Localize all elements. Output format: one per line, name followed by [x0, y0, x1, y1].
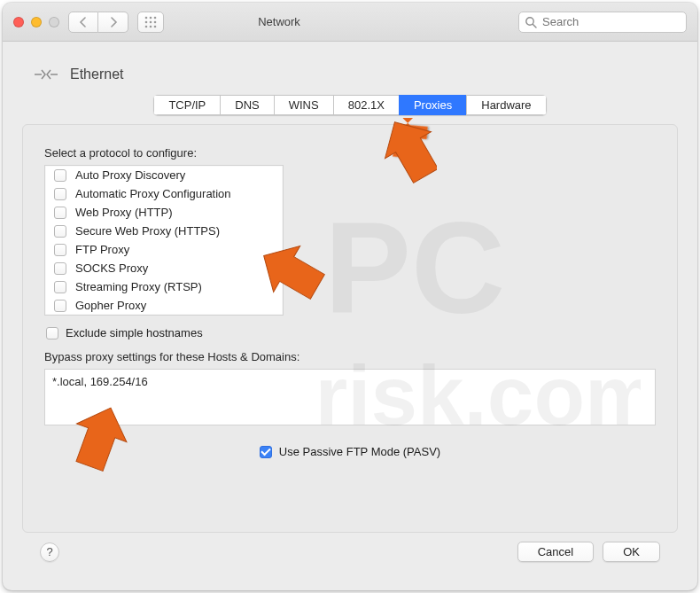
checkbox-https[interactable]: [54, 225, 66, 238]
help-button[interactable]: ?: [40, 542, 59, 562]
device-header: Ethernet: [22, 61, 678, 88]
search-icon: [525, 16, 537, 31]
protocol-label: SOCKS Proxy: [75, 261, 148, 275]
protocol-auto-discovery[interactable]: Auto Proxy Discovery: [45, 166, 283, 184]
checkbox-http[interactable]: [54, 207, 66, 219]
bypass-textarea[interactable]: *.local, 169.254/16: [44, 369, 656, 425]
checkbox-pasv[interactable]: [260, 446, 272, 458]
checkbox-rtsp[interactable]: [54, 281, 66, 293]
protocol-label: FTP Proxy: [75, 243, 129, 256]
tab-proxies[interactable]: Proxies: [399, 95, 466, 115]
protocol-socks[interactable]: SOCKS Proxy: [45, 259, 283, 277]
search-input[interactable]: [518, 12, 687, 33]
window-title: Network: [49, 15, 509, 28]
tab-hardware[interactable]: Hardware: [466, 95, 546, 115]
checkbox-auto-config[interactable]: [54, 188, 66, 200]
tab-dns[interactable]: DNS: [220, 95, 273, 115]
svg-line-10: [533, 24, 536, 27]
protocol-http[interactable]: Web Proxy (HTTP): [45, 203, 283, 222]
device-name: Ethernet: [70, 66, 123, 82]
tabs-bar: TCP/IP DNS WINS 802.1X Proxies Hardware: [22, 95, 678, 115]
protocol-label: Streaming Proxy (RTSP): [75, 280, 202, 293]
select-protocol-label: Select a protocol to configure:: [44, 146, 656, 160]
ok-button[interactable]: OK: [603, 542, 660, 562]
tab-8021x[interactable]: 802.1X: [333, 95, 399, 115]
checkbox-auto-discovery[interactable]: [54, 169, 66, 182]
pasv-label: Use Passive FTP Mode (PASV): [279, 445, 440, 458]
close-window-button[interactable]: [13, 17, 24, 27]
tab-tcpip[interactable]: TCP/IP: [153, 95, 220, 115]
protocol-label: Auto Proxy Discovery: [75, 168, 185, 182]
tabs-inner: TCP/IP DNS WINS 802.1X Proxies Hardware: [153, 95, 546, 115]
protocol-label: Secure Web Proxy (HTTPS): [75, 224, 220, 238]
exclude-hostnames-label: Exclude simple hostnames: [66, 326, 203, 339]
exclude-hostnames-row[interactable]: Exclude simple hostnames: [46, 326, 656, 339]
footer-row: ? Cancel OK: [22, 533, 678, 576]
ethernet-icon: [33, 61, 59, 88]
titlebar: Network: [3, 3, 697, 42]
checkbox-gopher[interactable]: [54, 300, 66, 312]
protocol-label: Automatic Proxy Configuration: [75, 187, 231, 200]
content-area: Ethernet TCP/IP DNS WINS 802.1X Proxies …: [3, 42, 697, 590]
protocol-auto-config[interactable]: Automatic Proxy Configuration: [45, 184, 283, 203]
protocol-list[interactable]: Auto Proxy Discovery Automatic Proxy Con…: [44, 165, 284, 316]
protocol-label: Gopher Proxy: [75, 299, 146, 312]
protocol-rtsp[interactable]: Streaming Proxy (RTSP): [45, 277, 283, 296]
protocol-https[interactable]: Secure Web Proxy (HTTPS): [45, 222, 283, 240]
bypass-heading: Bypass proxy settings for these Hosts & …: [44, 350, 656, 363]
tab-wins[interactable]: WINS: [274, 95, 333, 115]
network-advanced-window: Network Ethernet TCP/IP DNS WINS 802.1X …: [3, 3, 697, 590]
proxies-panel: Select a protocol to configure: Auto Pro…: [22, 124, 678, 533]
checkbox-ftp[interactable]: [54, 244, 66, 256]
checkbox-socks[interactable]: [54, 262, 66, 275]
checkbox-exclude-hostnames[interactable]: [46, 327, 58, 339]
pasv-row: Use Passive FTP Mode (PASV): [44, 445, 656, 459]
minimize-window-button[interactable]: [31, 17, 42, 27]
search-field-wrapper: [518, 12, 687, 33]
cancel-button[interactable]: Cancel: [517, 542, 594, 562]
protocol-label: Web Proxy (HTTP): [75, 206, 173, 219]
protocol-gopher[interactable]: Gopher Proxy: [45, 296, 283, 315]
pasv-toggle[interactable]: Use Passive FTP Mode (PASV): [260, 445, 440, 458]
protocol-ftp[interactable]: FTP Proxy: [45, 240, 283, 259]
